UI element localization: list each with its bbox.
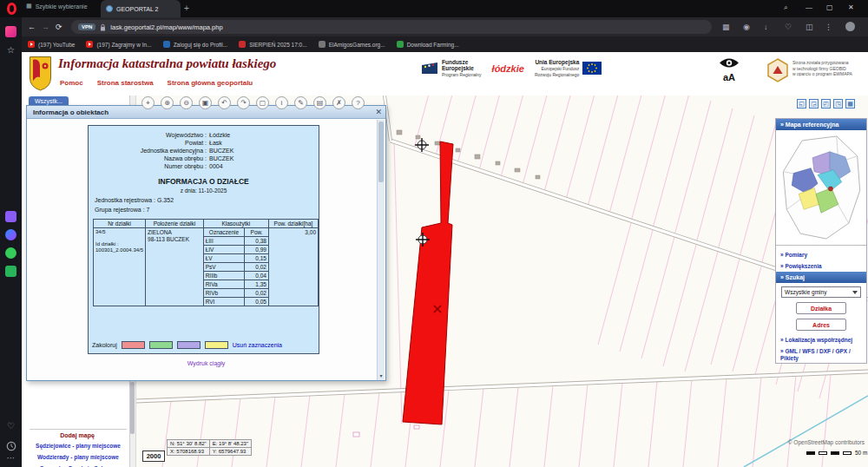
zoom-out-button[interactable]: ⊖ (180, 96, 193, 109)
help-link[interactable]: Pomoc (60, 79, 83, 87)
maximize-button[interactable]: ▢ (826, 3, 833, 11)
bookmark-item[interactable]: Download Farming... (397, 41, 459, 48)
measure-tool-button[interactable]: ✎ (294, 96, 307, 109)
my-flow-icon[interactable] (5, 26, 16, 37)
font-size-control[interactable]: aA (719, 72, 740, 82)
snapshot-icon[interactable]: ◉ (743, 23, 750, 31)
gml-export-link[interactable]: » GML / WFS / DXF / GPX / Pikiety (776, 345, 866, 363)
zoom-in-button[interactable]: ⊕ (161, 96, 174, 109)
contrast-eye-icon[interactable] (719, 57, 740, 69)
col-location: Położenie działki (146, 220, 204, 228)
layout-button[interactable]: ◰ (821, 99, 831, 109)
site-favicon (163, 41, 170, 48)
continuous-print-link[interactable]: Wydruk ciągły (27, 360, 385, 366)
bookmark-item[interactable]: SIERPIEŃ 2025 17:0... (239, 41, 306, 48)
sidebar-settings-icon[interactable]: ⋯ (5, 453, 16, 463)
menu-link-wodzierady[interactable]: Wodzierady - plany miejscowe (28, 454, 128, 461)
layout-button[interactable]: ◲ (809, 99, 819, 109)
opera-logo-icon[interactable] (7, 3, 16, 15)
layout-button[interactable]: ◳ (833, 99, 843, 109)
adres-button[interactable]: Adres (796, 319, 846, 331)
url-text[interactable]: lask.geoportal2.pl/map/www/mapa.php (110, 23, 222, 31)
bookmark-item[interactable]: (197) Zagrajmy w In... (86, 41, 151, 48)
print-button[interactable]: ▤ (313, 96, 326, 109)
header-links: Pomoc Strona starostwa Strona główna geo… (60, 79, 253, 87)
layout-button[interactable]: ◱ (797, 99, 806, 109)
dialog-close-icon[interactable]: ✕ (375, 108, 382, 116)
panel-icon[interactable]: ◫ (806, 23, 813, 31)
youtube-favicon (28, 41, 35, 48)
whatsapp-icon[interactable] (5, 247, 16, 259)
tab-search-icon[interactable]: ⌕ (784, 3, 787, 12)
minimize-button[interactable]: — (806, 3, 812, 11)
map-scale-input[interactable]: 2000 (142, 451, 165, 462)
bookmark-item[interactable]: Zaloguj się do Profil... (163, 41, 228, 48)
scroll-down-icon[interactable]: ▾ (378, 372, 385, 380)
pomiary-link[interactable]: » Pomiary (776, 249, 866, 260)
reference-map-header[interactable]: » Mapa referencyjna (776, 119, 866, 130)
new-tab-button[interactable]: + (184, 3, 189, 13)
full-extent-button[interactable]: ▣ (199, 96, 212, 109)
info-tool-button[interactable]: i (275, 96, 288, 109)
favorites-icon[interactable]: ♡ (785, 23, 792, 31)
messenger-icon[interactable] (5, 229, 16, 240)
colorize-swatch-purple[interactable] (177, 341, 201, 349)
close-button[interactable]: ✕ (848, 3, 854, 11)
geobid-logo (766, 58, 790, 82)
messaging-app-icon[interactable] (5, 266, 16, 277)
dialog-scrollbar[interactable]: ▾ (377, 120, 385, 380)
vpn-badge[interactable]: VPN (78, 23, 95, 30)
instagram-icon[interactable] (5, 211, 16, 222)
lokalizacja-link[interactable]: » Lokalizacja współrzędnej (776, 334, 866, 345)
next-view-button[interactable]: ↷ (237, 96, 250, 109)
powiekszenia-link[interactable]: » Powiększenia (776, 260, 866, 272)
profile-avatar[interactable] (845, 22, 855, 31)
pan-tool-button[interactable]: ⌖ (141, 96, 155, 109)
col-land-classes: Klasoużytki (203, 220, 268, 228)
menu-link-sedziejowice[interactable]: Sędziejowice - plany miejscowe (28, 443, 128, 450)
tab-geoportal[interactable]: GEOPORTAL 2 (101, 0, 181, 17)
starostwo-link[interactable]: Strona starostwa (97, 79, 154, 87)
info-date: z dnia: 11-10-2025 (89, 187, 319, 194)
scrollbar-thumb[interactable] (130, 382, 135, 434)
back-button[interactable]: ← (28, 23, 36, 31)
colorize-swatch-green[interactable] (149, 341, 173, 349)
osm-attribution[interactable]: © OpenStreetMap contributors (788, 439, 865, 445)
likes-heart-icon[interactable]: ♡ (5, 421, 16, 431)
help-button[interactable]: ? (352, 96, 365, 109)
clear-selection-link[interactable]: Usuń zaznaczenia (233, 342, 282, 348)
tab-title: GEOPORTAL 2 (116, 6, 159, 12)
select-tool-button[interactable]: ▢ (256, 96, 269, 109)
object-info-dialog: Informacja o obiektach ✕ Województwo :Łó… (26, 105, 386, 381)
menu-dots-icon[interactable]: ⋮ (825, 23, 832, 31)
register-group: Grupa rejestrowa : 7 (95, 207, 319, 213)
site-favicon (397, 41, 404, 48)
forward-button[interactable]: → (42, 23, 49, 31)
colorize-swatch-red[interactable] (122, 341, 145, 349)
scrollbar-thumb[interactable] (378, 122, 384, 182)
reference-map-thumbnail[interactable] (776, 130, 866, 246)
parcel-table: Nr działki Położenie działki Klasoużytki… (93, 219, 319, 306)
speed-dial-icon[interactable]: ▦ (722, 23, 730, 31)
colorize-swatch-yellow[interactable] (205, 341, 228, 349)
clear-selection-button[interactable]: ✗ (332, 96, 345, 109)
search-header[interactable]: » Szukaj (776, 272, 866, 283)
url-field[interactable]: VPN lask.geoportal2.pl/map/www/mapa.php (71, 20, 712, 34)
layout-button[interactable]: ▦ (845, 99, 855, 109)
bookmarks-star-icon[interactable]: ☆ (5, 45, 16, 55)
dzialka-button[interactable]: Działka (796, 302, 846, 314)
coord-y: Y: 6579647.93 (209, 448, 251, 456)
reload-button[interactable]: ⟳ (56, 23, 62, 31)
gmina-select[interactable]: Wszystkie gminy (781, 286, 861, 298)
screen: ▦ Szybkie wybieranie GEOPORTAL 2 + ⌕ — ▢… (0, 0, 868, 467)
browser-tab-bar: ▦ Szybkie wybieranie GEOPORTAL 2 + ⌕ — ▢… (0, 0, 868, 17)
site-favicon (239, 41, 246, 48)
bookmark-item[interactable]: (197) YouTube (28, 41, 75, 48)
speed-dial-button[interactable]: ▦ Szybkie wybieranie (26, 3, 88, 10)
site-favicon (319, 41, 326, 48)
previous-view-button[interactable]: ↶ (218, 96, 231, 109)
download-icon[interactable]: ↓ (764, 23, 768, 31)
bookmark-item[interactable]: ElAmigosGames.org... (319, 41, 385, 48)
map-toolbar: ⌖ ⊕ ⊖ ▣ ↶ ↷ ▢ i ✎ ▤ ✗ ? (141, 96, 365, 109)
geoportal-home-link[interactable]: Strona główna geoportalu (168, 79, 253, 87)
